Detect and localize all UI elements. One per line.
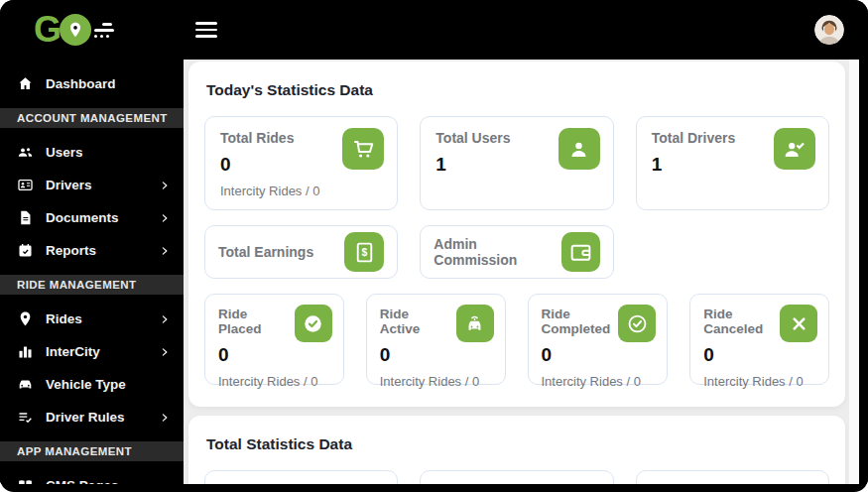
chevron-right-icon xyxy=(160,347,170,357)
sidebar-item-label: Documents xyxy=(46,210,119,225)
main-content: Today's Statistics Data Total Rides0Inte… xyxy=(184,60,859,484)
wallet-icon xyxy=(561,232,600,272)
stat-card-subtitle: Intercity Rides / 0 xyxy=(380,374,492,389)
sidebar-item-dashboard[interactable]: Dashboard xyxy=(0,67,184,100)
stat-card-ride-canceled: Ride Canceled0Intercity Rides / 0 xyxy=(689,294,829,385)
stat-card-ride-active: Ride Active0Intercity Rides / 0 xyxy=(366,294,506,385)
sidebar-item-label: Reports xyxy=(46,243,96,258)
chevron-right-icon xyxy=(160,314,170,324)
cart-icon xyxy=(342,128,384,170)
stat-card-title: Total Earnings xyxy=(218,244,313,260)
app-window: G DashboardACCOUNT MANAGEMENTUsersDriver… xyxy=(0,0,868,492)
user-check-icon xyxy=(774,128,815,170)
stat-card xyxy=(420,470,613,484)
x-icon xyxy=(780,305,817,342)
total-statistics-panel: Total Statistics Data xyxy=(188,416,845,484)
sidebar-item-label: Rides xyxy=(46,311,82,326)
car-icon xyxy=(17,376,34,393)
stat-card xyxy=(204,470,398,484)
sidebar-item-intercity[interactable]: InterCity xyxy=(0,335,184,368)
chevron-right-icon xyxy=(160,246,170,256)
stat-card-total-earnings: Total Earnings$ xyxy=(204,225,398,279)
stat-card-ride-placed: Ride Placed0Intercity Rides / 0 xyxy=(204,294,344,385)
stat-card-ride-completed: Ride Completed0Intercity Rides / 0 xyxy=(528,294,669,385)
profile-avatar[interactable] xyxy=(814,15,844,45)
sidebar-item-label: Users xyxy=(46,145,83,160)
stat-card-subtitle: Intercity Rides / 0 xyxy=(703,374,815,389)
calendar-check-icon xyxy=(17,242,34,259)
sidebar-item-label: Dashboard xyxy=(46,76,116,91)
sidebar: DashboardACCOUNT MANAGEMENTUsersDriversD… xyxy=(0,60,184,484)
sidebar-section-ride-management: RIDE MANAGEMENT xyxy=(0,275,184,295)
chevron-right-icon xyxy=(160,413,170,423)
today-statistics-panel: Today's Statistics Data Total Rides0Inte… xyxy=(188,62,845,407)
sidebar-item-drivers[interactable]: Drivers xyxy=(0,169,184,201)
logo-letter-g: G xyxy=(34,12,59,48)
sidebar-item-documents[interactable]: Documents xyxy=(0,201,184,234)
stat-card-value: 0 xyxy=(703,344,815,366)
stat-card-total-users: Total Users1 xyxy=(420,116,613,210)
stat-card-value: 0 xyxy=(218,344,330,366)
stat-cards-row: Total Earnings$Admin Commission xyxy=(204,225,829,279)
taxi-icon xyxy=(456,305,494,342)
sidebar-item-label: Drivers xyxy=(46,178,92,192)
user-icon xyxy=(558,128,600,170)
total-statistics-title: Total Statistics Data xyxy=(204,430,829,455)
top-header: G xyxy=(0,0,868,60)
map-pin-icon xyxy=(17,310,34,327)
sidebar-item-label: Driver Rules xyxy=(46,410,125,425)
sidebar-item-label: CMS Pages xyxy=(46,478,119,484)
sidebar-section-app-management: APP MANAGEMENT xyxy=(0,441,184,461)
svg-text:$: $ xyxy=(361,247,367,258)
stat-card-total-rides: Total Rides0Intercity Rides / 0 xyxy=(204,116,398,210)
sidebar-item-driver-rules[interactable]: Driver Rules xyxy=(0,401,184,433)
list-check-icon xyxy=(17,409,34,426)
app-body: DashboardACCOUNT MANAGEMENTUsersDriversD… xyxy=(0,60,868,484)
chevron-right-icon xyxy=(160,213,170,223)
logo-speed-lines-icon xyxy=(94,23,114,38)
sidebar-item-vehicle-type[interactable]: Vehicle Type xyxy=(0,368,184,401)
chevron-right-icon xyxy=(160,181,170,190)
today-statistics-title: Today's Statistics Data xyxy=(204,75,829,101)
app-logo[interactable]: G xyxy=(34,12,114,48)
stat-card-subtitle: Intercity Rides / 0 xyxy=(218,374,330,389)
city-icon xyxy=(17,343,34,360)
stat-cards-row: Ride Placed0Intercity Rides / 0Ride Acti… xyxy=(204,294,829,385)
sidebar-section-account-management: ACCOUNT MANAGEMENT xyxy=(0,108,184,128)
logo-zone: G xyxy=(0,12,184,48)
vertical-scrollbar[interactable] xyxy=(849,60,859,484)
check-circle-icon xyxy=(618,305,656,342)
logo-pin-icon xyxy=(60,14,91,46)
hamburger-menu-icon[interactable] xyxy=(195,22,217,38)
sidebar-item-cms-pages[interactable]: CMS Pages xyxy=(0,469,184,484)
stat-card-admin-commission: Admin Commission xyxy=(420,225,613,279)
id-card-icon xyxy=(17,177,34,193)
sidebar-item-rides[interactable]: Rides xyxy=(0,303,184,335)
sidebar-item-users[interactable]: Users xyxy=(0,136,184,169)
stat-card-title: Admin Commission xyxy=(434,236,560,268)
stat-card-total-drivers: Total Drivers1 xyxy=(636,116,829,210)
stat-card-subtitle: Intercity Rides / 0 xyxy=(542,374,655,389)
book-icon xyxy=(17,477,34,484)
sidebar-item-reports[interactable]: Reports xyxy=(0,234,184,267)
check-circle-solid-icon xyxy=(295,305,332,342)
document-icon xyxy=(17,209,34,226)
stat-card-subtitle: Intercity Rides / 0 xyxy=(220,184,382,198)
stat-card xyxy=(636,470,829,484)
home-icon xyxy=(17,75,34,92)
sidebar-item-label: Vehicle Type xyxy=(46,377,126,392)
stat-cards-row: Total Rides0Intercity Rides / 0Total Use… xyxy=(204,116,829,210)
users-icon xyxy=(17,144,34,161)
money-icon: $ xyxy=(344,232,384,272)
stat-card-value: 0 xyxy=(542,344,655,366)
stat-card-value: 0 xyxy=(380,344,492,366)
sidebar-item-label: InterCity xyxy=(46,344,100,359)
